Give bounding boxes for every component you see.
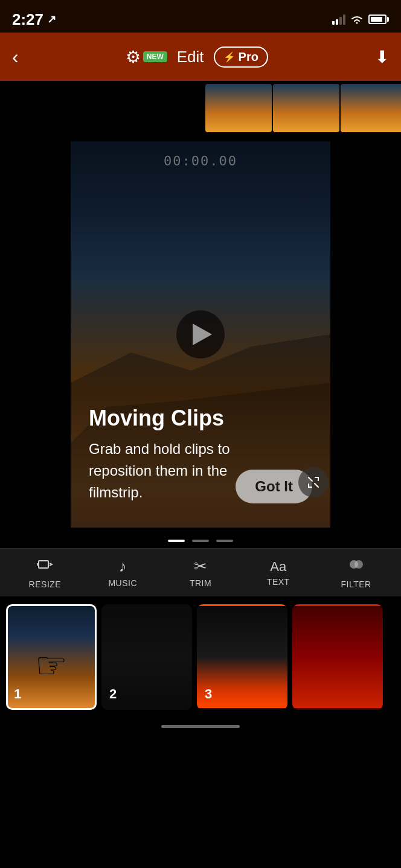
- nav-center: ⚙ NEW Edit ⚡ Pro: [126, 46, 268, 68]
- signal-icon: [332, 14, 345, 25]
- film-thumb: [205, 84, 272, 132]
- toolbar-trim[interactable]: ✂ TRIM: [179, 557, 222, 588]
- page-dots: [0, 534, 401, 548]
- back-button[interactable]: ‹: [12, 46, 19, 68]
- bottom-toolbar: RESIZE ♪ MUSIC ✂ TRIM Aa TEXT FILTER: [0, 548, 401, 596]
- nav-bar: ‹ ⚙ NEW Edit ⚡ Pro ⬇: [0, 33, 401, 81]
- clip-item-4[interactable]: [292, 604, 383, 710]
- clip-number-3: 3: [205, 686, 212, 702]
- lightning-icon: ⚡: [223, 51, 236, 63]
- toolbar-resize[interactable]: RESIZE: [24, 556, 66, 589]
- trim-label: TRIM: [190, 578, 211, 588]
- filmstrip-top: [0, 81, 401, 135]
- toolbar-filter[interactable]: FILTER: [335, 556, 377, 589]
- battery-icon: [368, 14, 389, 24]
- clip-item-2[interactable]: 2: [101, 604, 192, 710]
- location-arrow-icon: ↗: [47, 13, 56, 26]
- filter-label: FILTER: [341, 579, 371, 589]
- pro-button[interactable]: ⚡ Pro: [214, 46, 268, 68]
- toolbar-text[interactable]: Aa TEXT: [257, 559, 300, 587]
- clip-number-2: 2: [109, 686, 117, 702]
- svg-point-5: [354, 560, 363, 569]
- hand-icon: ☞: [35, 644, 68, 686]
- text-label: TEXT: [267, 577, 290, 587]
- film-thumb: [341, 84, 401, 132]
- music-label: MUSIC: [108, 578, 137, 588]
- time-display: 2:27: [12, 10, 43, 29]
- music-icon: ♪: [119, 557, 127, 576]
- svg-point-0: [356, 22, 358, 24]
- page-dot-3: [216, 540, 233, 542]
- svg-rect-3: [39, 561, 48, 568]
- clip-item-3[interactable]: 3: [197, 604, 287, 710]
- resize-icon: [36, 556, 53, 577]
- toolbar-music[interactable]: ♪ MUSIC: [101, 557, 144, 588]
- status-time: 2:27 ↗: [12, 10, 56, 29]
- filter-icon: [348, 556, 365, 577]
- gear-icon: ⚙: [126, 47, 141, 67]
- clip-item-1[interactable]: ☞ 1: [6, 604, 97, 710]
- home-indicator: [0, 717, 401, 735]
- wifi-icon: [350, 14, 364, 24]
- video-preview: 00:00.00 Moving Clips Grab and hold clip…: [0, 135, 401, 534]
- edit-label: Edit: [177, 48, 204, 66]
- clip-number-1: 1: [14, 686, 21, 702]
- expand-icon[interactable]: [298, 467, 329, 497]
- settings-button[interactable]: ⚙ NEW: [126, 47, 167, 67]
- status-bar: 2:27 ↗: [0, 0, 401, 33]
- new-badge: NEW: [143, 51, 167, 62]
- resize-label: RESIZE: [29, 579, 62, 589]
- clip-strip: ☞ 1 2 3: [0, 596, 401, 717]
- page-dot-2: [192, 540, 209, 542]
- tooltip-title: Moving Clips: [89, 405, 312, 431]
- page-dot-1: [168, 540, 185, 542]
- text-icon: Aa: [270, 559, 286, 575]
- pro-label: Pro: [239, 50, 258, 64]
- film-thumb: [273, 84, 339, 132]
- tooltip-overlay: Moving Clips Grab and hold clips to repo…: [71, 141, 330, 528]
- video-frame: 00:00.00 Moving Clips Grab and hold clip…: [71, 141, 330, 528]
- trim-icon: ✂: [194, 557, 207, 576]
- home-bar: [161, 725, 240, 728]
- status-icons: [332, 14, 389, 25]
- download-button[interactable]: ⬇: [375, 47, 389, 67]
